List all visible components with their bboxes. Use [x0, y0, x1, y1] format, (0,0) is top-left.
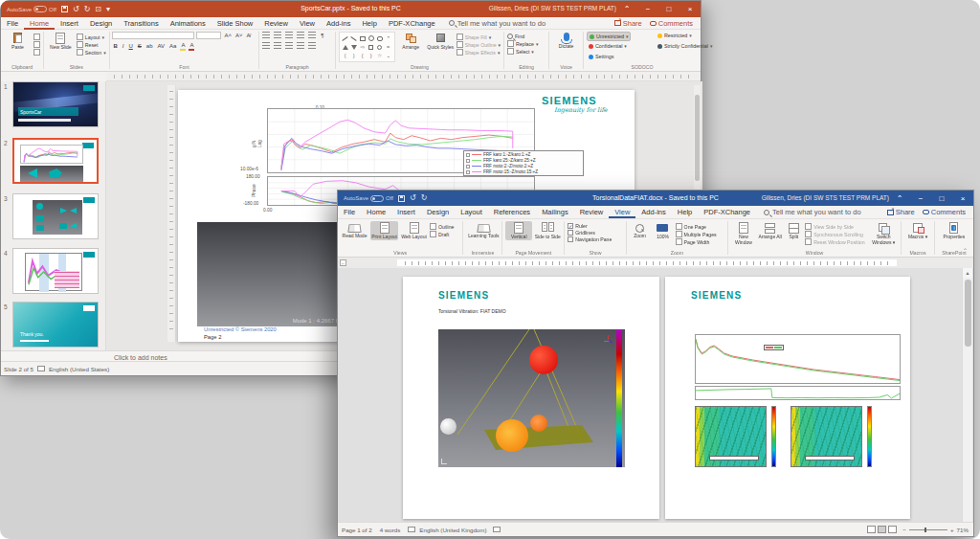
ppt-language[interactable]: English (United States) — [49, 366, 109, 372]
align-left-icon[interactable] — [262, 42, 270, 49]
autosave-toggle[interactable]: AutoSave Off — [344, 195, 393, 202]
qat-customize-icon[interactable]: ▾ — [106, 6, 110, 13]
ppt-menu-slide-show[interactable]: Slide Show — [212, 17, 259, 30]
word-language[interactable]: English (United Kingdom) — [419, 527, 486, 533]
text-direction-icon[interactable]: ¶ — [320, 32, 324, 39]
close-button[interactable]: × — [952, 191, 973, 207]
ppt-menu-insert[interactable]: Insert — [55, 17, 84, 30]
ppt-menu-animations[interactable]: Animations — [165, 17, 212, 30]
replace-button[interactable]: Replace▾ — [507, 40, 546, 47]
undo-icon[interactable]: ↺ — [73, 6, 79, 13]
slide-thumbnail-3[interactable] — [12, 193, 99, 239]
arrange-all-button[interactable]: Arrange All — [758, 221, 783, 240]
slide-thumbnail-4[interactable] — [12, 248, 99, 294]
start-slideshow-icon[interactable]: ⊡ — [95, 6, 101, 13]
web-layout-view-icon[interactable] — [888, 526, 897, 533]
sodoco-strictly-confidential-button[interactable]: Strictly Confidential▾ — [656, 42, 715, 50]
numbering-icon[interactable] — [274, 32, 281, 38]
scroll-up-icon[interactable]: ▲ — [963, 268, 972, 278]
focus-mode-icon[interactable] — [493, 527, 501, 532]
comments-button[interactable]: Comments — [923, 208, 966, 216]
ribbon-display-options-icon[interactable]: ⌃ — [616, 1, 637, 17]
new-slide-button[interactable]: New Slide — [47, 32, 75, 51]
shape-fill-button[interactable]: Shape Fill▾ — [457, 34, 501, 40]
shapes-gallery[interactable]: ⌃ ⇨= (){}☆⌄ — [339, 32, 395, 62]
find-button[interactable]: Find — [507, 34, 546, 39]
ppt-menu-home[interactable]: Home — [24, 17, 55, 30]
outline-button[interactable]: Outline — [430, 223, 454, 230]
text-shadow-button[interactable]: ab — [145, 42, 154, 50]
word-menu-pdf-xchange[interactable]: PDF-XChange — [698, 206, 756, 218]
reset-window-position-button[interactable]: Reset Window Position — [805, 238, 867, 245]
paste-button[interactable]: Paste — [4, 32, 32, 51]
increase-indent-icon[interactable] — [297, 32, 304, 38]
redo-icon[interactable]: ↻ — [421, 194, 428, 202]
ppt-menu-review[interactable]: Review — [258, 17, 294, 30]
show-gridlines-checkbox[interactable]: Gridlines — [568, 230, 622, 236]
word-horizontal-ruler[interactable]: ⌐ — [338, 258, 973, 268]
notes-icon[interactable] — [37, 366, 45, 371]
ppt-tell-me[interactable]: Tell me what you want to do — [441, 19, 546, 28]
clear-format-icon[interactable]: A̸ — [245, 32, 251, 39]
minimize-button[interactable]: − — [910, 191, 931, 207]
scrollbar-thumb[interactable] — [965, 280, 971, 347]
split-button[interactable]: Split — [784, 221, 803, 240]
font-name-select[interactable] — [112, 32, 194, 39]
read-mode-button[interactable]: Read Mode — [341, 221, 368, 239]
view-side-by-side-button[interactable]: View Side by Side — [805, 223, 867, 230]
word-menu-add-ins[interactable]: Add-ins — [635, 206, 671, 218]
align-right-icon[interactable] — [285, 42, 293, 49]
save-icon[interactable] — [398, 195, 405, 202]
close-button[interactable]: × — [679, 1, 701, 17]
share-button[interactable]: Share — [887, 208, 915, 216]
document-page-2[interactable]: SIEMENS — [665, 277, 910, 519]
macros-button[interactable]: Macros ▾ — [904, 221, 931, 240]
word-tell-me[interactable]: Tell me what you want to do — [756, 208, 861, 216]
strik​ethrough-button[interactable]: S — [137, 42, 143, 50]
print-layout-view-icon[interactable] — [878, 526, 886, 533]
sodoco-unrestricted-button[interactable]: Unrestricted▾ — [587, 32, 632, 41]
switch-windows-button[interactable]: Switch Windows ▾ — [869, 221, 898, 246]
slide-thumbnail-5[interactable]: Thank you. — [12, 302, 99, 348]
columns-icon[interactable] — [308, 42, 316, 49]
zoom-in-icon[interactable]: + — [950, 527, 954, 533]
word-menu-references[interactable]: References — [488, 206, 536, 218]
multiple-pages-button[interactable]: Multiple Pages — [676, 231, 717, 237]
layout-button[interactable]: Layout▾ — [77, 34, 106, 40]
tab-selector-icon[interactable]: ⌐ — [340, 259, 346, 266]
shape-effects-button[interactable]: Shape Effects▾ — [457, 49, 501, 56]
maximize-button[interactable]: □ — [658, 1, 679, 17]
side-to-side-button[interactable]: Side to Side — [534, 221, 561, 240]
zoom-slider[interactable] — [909, 529, 947, 530]
sodoco-settings-button[interactable]: Settings — [587, 53, 615, 60]
one-page-button[interactable]: One Page — [676, 223, 717, 230]
ppt-vertical-ruler[interactable] — [167, 85, 176, 342]
collapse-ribbon-icon[interactable]: ⌃ — [963, 247, 968, 254]
char-spacing-button[interactable]: AV — [157, 42, 167, 50]
ppt-menu-help[interactable]: Help — [356, 17, 382, 30]
properties-button[interactable]: i Properties — [938, 221, 970, 240]
reset-button[interactable]: Reset — [77, 41, 106, 48]
line-spacing-icon[interactable] — [308, 32, 316, 38]
dictate-button[interactable]: Dictate — [552, 32, 580, 50]
bullets-icon[interactable] — [262, 32, 270, 38]
word-vertical-scrollbar[interactable]: ▲ — [962, 268, 972, 528]
web-layout-button[interactable]: Web Layout — [400, 221, 428, 240]
draft-button[interactable]: Draft — [430, 231, 454, 237]
document-page-1[interactable]: SIEMENS Torsional Vibration: FIAT DEMO — [403, 277, 659, 519]
zoom-100-button[interactable]: 100% — [653, 221, 674, 240]
align-center-icon[interactable] — [274, 42, 281, 49]
ppt-menu-add-ins[interactable]: Add-ins — [321, 17, 356, 30]
section-button[interactable]: Section▾ — [77, 49, 106, 56]
justify-icon[interactable] — [297, 42, 304, 49]
font-size-select[interactable] — [196, 32, 221, 39]
word-menu-design[interactable]: Design — [421, 206, 455, 218]
learning-tools-button[interactable]: Learning Tools — [466, 221, 501, 239]
vertical-button[interactable]: Vertical — [505, 221, 532, 240]
quick-styles-button[interactable]: Quick Styles — [427, 32, 455, 51]
increase-font-icon[interactable]: A˄ — [223, 32, 233, 39]
shape-outline-button[interactable]: Shape Outline▾ — [457, 41, 501, 48]
show-ruler-checkbox[interactable]: ✓Ruler — [568, 223, 622, 229]
undo-icon[interactable]: ↺ — [410, 194, 416, 202]
share-button[interactable]: Share — [614, 19, 642, 28]
